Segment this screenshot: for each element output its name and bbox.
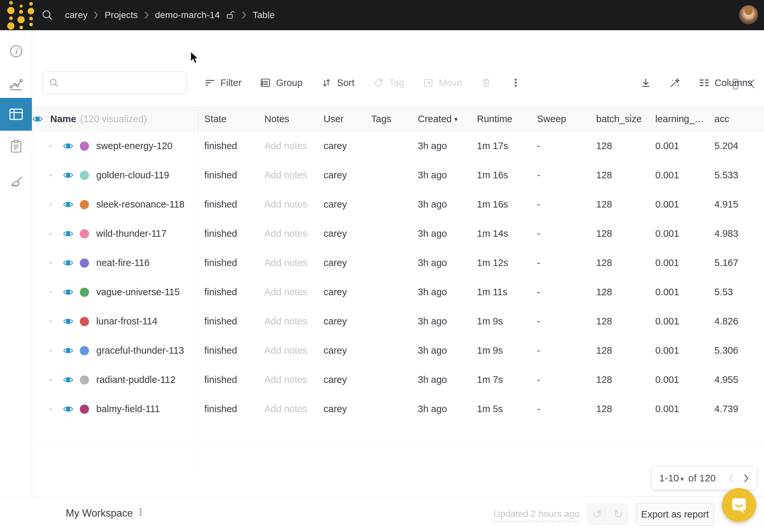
column-header-sweep[interactable]: Sweep [531,107,590,131]
breadcrumb-projects[interactable]: Projects [104,10,138,20]
run-name-link[interactable]: balmy-field-111 [96,404,160,415]
column-header-tags[interactable]: Tags [365,107,412,131]
table-row: golden-cloud-119finishedAdd notescarey3h… [32,161,764,190]
redo-button[interactable]: ↻ [608,503,629,525]
sidebar-item-table-active[interactable] [0,98,32,131]
run-name-link[interactable]: wild-thunder-117 [96,228,166,239]
cell-notes[interactable]: Add notes [258,219,317,248]
sidebar-item-sweeps[interactable] [0,171,32,194]
cell-notes[interactable]: Add notes [258,336,317,365]
filter-icon [204,77,216,89]
prev-page-button[interactable] [728,473,734,483]
cell-notes[interactable]: Add notes [258,277,317,307]
eye-icon[interactable] [32,114,43,124]
cell-sweep: - [531,131,590,161]
column-header-name[interactable]: Name (120 visualized) [32,107,198,131]
visibility-eye-icon[interactable] [63,404,74,415]
cell-notes[interactable]: Add notes [258,394,317,424]
row-drag-dot [50,350,52,352]
last-updated-label[interactable]: Updated 2 hours ago [493,509,579,521]
breadcrumb-entity[interactable]: carey [65,10,88,20]
visibility-eye-icon[interactable] [63,287,74,297]
column-header-notes[interactable]: Notes [258,107,317,131]
chat-support-button[interactable] [722,488,756,522]
visibility-eye-icon[interactable] [63,316,74,327]
visibility-eye-icon[interactable] [63,140,74,151]
cell-batch_size: 128 [590,248,649,277]
run-name-link[interactable]: graceful-thunder-113 [96,345,184,356]
cell-notes[interactable]: Add notes [258,131,317,161]
visibility-eye-icon[interactable] [63,199,74,210]
runs-search-input[interactable] [64,78,182,88]
column-header-runtime[interactable]: Runtime [471,107,531,131]
chevron-right-icon [144,11,149,19]
more-actions-button[interactable] [510,77,521,89]
cell-notes[interactable]: Add notes [258,307,317,336]
cell-tags [365,307,412,336]
magic-wand-button[interactable] [669,77,681,89]
cell-state: finished [198,219,258,248]
workspace-selector[interactable]: My Workspace [66,507,133,519]
breadcrumb-project[interactable]: demo-march-14 [155,10,220,20]
cell-acc: 5.306 [708,336,764,365]
cell-created: 3h ago [412,190,471,219]
user-avatar[interactable] [739,5,758,24]
move-button[interactable]: Move [423,77,462,89]
broom-icon [9,175,24,190]
cell-acc: 4.955 [708,365,764,394]
run-color-dot [80,346,89,355]
export-csv-button[interactable] [640,77,652,89]
cell-notes[interactable]: Add notes [258,365,317,394]
column-header-created[interactable]: Created▾ [412,107,471,131]
workspace-menu-icon[interactable] [135,507,146,517]
delete-button[interactable] [480,77,492,89]
run-name-link[interactable]: golden-cloud-119 [96,170,169,181]
visibility-eye-icon[interactable] [63,345,74,356]
undo-button[interactable]: ↺ [587,503,608,525]
undo-redo-group: ↺ ↻ [587,503,629,525]
visibility-eye-icon[interactable] [63,258,74,268]
run-color-dot [80,141,89,151]
sidebar-item-charts[interactable] [0,72,32,96]
visibility-eye-icon[interactable] [63,228,74,239]
columns-button[interactable]: Columns [698,77,752,89]
sidebar-item-notes[interactable] [0,135,32,158]
global-search-icon[interactable] [41,9,54,22]
run-name-link[interactable]: radiant-puddle-112 [96,374,175,385]
page-size-dropdown[interactable]: 1-10 ▾ [659,472,685,484]
runs-search[interactable] [43,72,187,94]
cell-created: 3h ago [412,219,471,248]
runs-table-body: swept-energy-120finishedAdd notescarey3h… [32,131,764,424]
filter-button[interactable]: Filter [204,77,242,89]
run-name-link[interactable]: sleek-resonance-118 [96,199,185,210]
export-as-report-button[interactable]: Export as report [636,503,714,526]
next-page-button[interactable] [743,473,749,483]
visibility-eye-icon[interactable] [63,170,74,181]
cell-notes[interactable]: Add notes [258,161,317,190]
run-name-cell: balmy-field-111 [32,394,198,424]
sort-button[interactable]: Sort [321,77,354,89]
column-header-learning_rate[interactable]: learning_… [649,107,708,131]
move-label: Move [439,78,462,89]
column-header-user[interactable]: User [317,107,365,131]
group-button[interactable]: Group [260,77,302,89]
cell-notes[interactable]: Add notes [258,248,317,277]
run-name-link[interactable]: lunar-frost-114 [96,316,157,327]
table-bottom-border [32,442,764,442]
breadcrumb-page[interactable]: Table [253,10,275,20]
table-row: graceful-thunder-113finishedAdd notescar… [32,336,764,365]
run-name-link[interactable]: neat-fire-116 [96,258,149,268]
run-name-link[interactable]: swept-energy-120 [96,140,172,151]
cell-tags [365,336,412,365]
column-header-acc[interactable]: acc [708,107,764,131]
tag-button[interactable]: Tag [373,77,404,89]
column-header-state[interactable]: State [198,107,258,131]
run-name-cell: radiant-puddle-112 [32,365,198,394]
visibility-eye-icon[interactable] [63,374,74,385]
sidebar-item-overview[interactable]: i [0,39,32,63]
wandb-logo-icon[interactable] [7,3,33,28]
column-header-batch_size[interactable]: batch_size [590,107,649,131]
run-name-link[interactable]: vague-universe-115 [96,287,180,297]
cell-notes[interactable]: Add notes [258,190,317,219]
visualized-count-label: (120 visualized) [80,114,147,124]
